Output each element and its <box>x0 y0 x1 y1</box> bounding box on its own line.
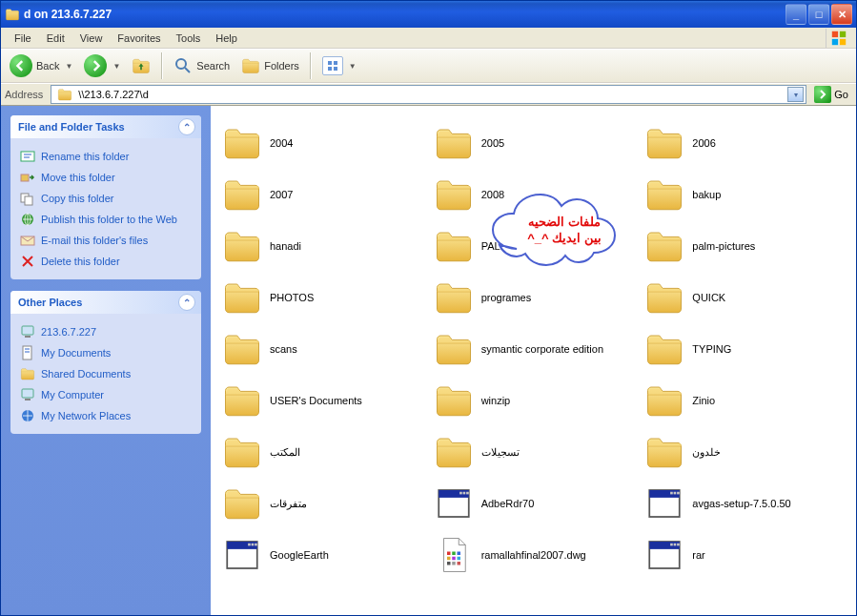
list-item[interactable]: symantic corporate edition <box>434 323 645 375</box>
go-button[interactable]: Go <box>810 86 852 103</box>
folder-icon <box>434 432 474 472</box>
svg-rect-17 <box>839 38 845 44</box>
list-item[interactable]: 2008 <box>434 169 645 220</box>
place-item-shared[interactable]: Shared Documents <box>20 363 192 384</box>
task-item-label: Rename this folder <box>41 151 129 162</box>
folder-icon <box>644 226 684 266</box>
svg-rect-20 <box>328 61 332 65</box>
move-icon <box>20 170 35 185</box>
list-item[interactable]: programes <box>434 272 645 323</box>
folder-up-icon <box>132 56 151 75</box>
search-label: Search <box>196 60 230 72</box>
search-button[interactable]: Search <box>169 53 235 78</box>
folder-icon <box>222 175 262 215</box>
address-input[interactable] <box>76 88 787 101</box>
svg-rect-35 <box>23 346 31 359</box>
up-button[interactable] <box>127 53 155 78</box>
item-label: AdbeRdr70 <box>481 498 535 509</box>
place-item-network[interactable]: My Network Places <box>20 405 192 426</box>
menu-edit[interactable]: Edit <box>39 31 72 46</box>
list-item[interactable]: متفرقات <box>222 478 434 529</box>
list-item[interactable]: Zinio <box>644 375 856 426</box>
chevron-down-icon: ▼ <box>112 62 120 71</box>
list-item[interactable]: المكتب <box>222 426 434 478</box>
list-item[interactable]: avgas-setup-7.5.0.50 <box>644 478 856 529</box>
list-item[interactable]: PHOTOS <box>222 272 434 323</box>
tasks-panel-header[interactable]: File and Folder Tasks ⌃ <box>10 115 201 138</box>
list-item[interactable]: hanadi <box>222 220 434 272</box>
list-item[interactable]: winzip <box>434 375 645 426</box>
list-item[interactable]: 2004 <box>222 117 434 169</box>
list-item[interactable]: ramallahfinal2007.dwg <box>434 529 645 581</box>
tasks-panel: File and Folder Tasks ⌃ Rename this fold… <box>10 115 201 279</box>
task-item-move[interactable]: Move this folder <box>20 167 192 188</box>
item-label: TYPING <box>692 343 731 355</box>
address-dropdown-button[interactable]: ▾ <box>787 87 804 102</box>
task-item-label: E-mail this folder's files <box>41 235 148 246</box>
list-item[interactable]: bakup <box>644 169 856 220</box>
list-item[interactable]: خلدون <box>644 426 856 478</box>
task-item-delete[interactable]: Delete this folder <box>20 251 192 272</box>
task-item-rename[interactable]: Rename this folder <box>20 146 192 167</box>
place-item-label: 213.6.7.227 <box>41 326 96 338</box>
mydocs-icon <box>20 345 35 360</box>
task-item-publish[interactable]: Publish this folder to the Web <box>20 209 192 230</box>
item-label: PHOTOS <box>270 292 314 303</box>
forward-button[interactable]: ▼ <box>79 51 125 80</box>
menu-tools[interactable]: Tools <box>169 31 209 46</box>
menu-file[interactable]: File <box>7 31 39 46</box>
list-item[interactable]: TYPING <box>644 323 856 375</box>
folder-icon <box>222 277 262 318</box>
item-label: symantic corporate edition <box>481 343 603 355</box>
application-icon <box>222 535 262 575</box>
maximize-button[interactable]: □ <box>808 4 829 25</box>
place-item-label: Shared Documents <box>41 368 131 380</box>
task-item-copy[interactable]: Copy this folder <box>20 188 192 209</box>
places-panel-header[interactable]: Other Places ⌃ <box>10 291 201 314</box>
minimize-button[interactable]: _ <box>786 4 806 25</box>
task-item-label: Publish this folder to the Web <box>41 214 177 225</box>
list-item[interactable]: QUICK <box>644 272 856 323</box>
list-item[interactable]: rar <box>644 529 856 581</box>
list-item[interactable]: USER's Documents <box>222 375 434 426</box>
svg-rect-15 <box>839 31 845 36</box>
address-box: ▾ <box>51 85 806 104</box>
place-item-mydocs[interactable]: My Documents <box>20 342 192 363</box>
place-item-computer[interactable]: 213.6.7.227 <box>20 321 192 342</box>
list-item[interactable]: GoogleEarth <box>222 529 434 581</box>
rename-icon <box>20 149 35 164</box>
views-button[interactable]: ▼ <box>317 53 361 78</box>
views-icon <box>322 56 343 75</box>
window-title: d on 213.6.7.227 <box>24 8 786 21</box>
list-item[interactable]: 2007 <box>222 169 434 220</box>
menu-favorites[interactable]: Favorites <box>110 31 168 46</box>
folder-icon <box>434 380 474 421</box>
list-item[interactable]: scans <box>222 323 434 375</box>
folder-icon <box>644 175 684 215</box>
application-icon <box>644 483 684 524</box>
place-item-mycomputer[interactable]: My Computer <box>20 384 192 405</box>
list-item[interactable]: 2006 <box>644 117 856 169</box>
folder-icon <box>644 432 684 472</box>
folders-icon <box>241 56 260 75</box>
windows-logo-icon <box>826 29 850 48</box>
back-button[interactable]: Back ▼ <box>5 51 77 80</box>
menu-view[interactable]: View <box>72 31 111 46</box>
item-label: QUICK <box>692 292 725 303</box>
item-label: scans <box>270 343 297 355</box>
list-item[interactable]: palm-pictures <box>644 220 856 272</box>
content-pane[interactable]: 20042005200620072008bakuphanadiPALMpalm-… <box>211 106 856 615</box>
folder-icon <box>644 123 684 163</box>
network-icon <box>20 408 35 423</box>
task-item-email[interactable]: E-mail this folder's files <box>20 230 192 251</box>
folders-button[interactable]: Folders <box>236 53 304 78</box>
list-item[interactable]: تسجيلات <box>434 426 645 478</box>
list-item[interactable]: PALM <box>434 220 645 272</box>
collapse-icon[interactable]: ⌃ <box>178 118 195 135</box>
list-item[interactable]: AdbeRdr70 <box>434 478 645 529</box>
close-button[interactable]: ✕ <box>831 4 852 25</box>
tasks-panel-title: File and Folder Tasks <box>18 121 125 133</box>
menu-help[interactable]: Help <box>208 31 245 46</box>
list-item[interactable]: 2005 <box>434 117 645 169</box>
collapse-icon[interactable]: ⌃ <box>178 294 195 311</box>
